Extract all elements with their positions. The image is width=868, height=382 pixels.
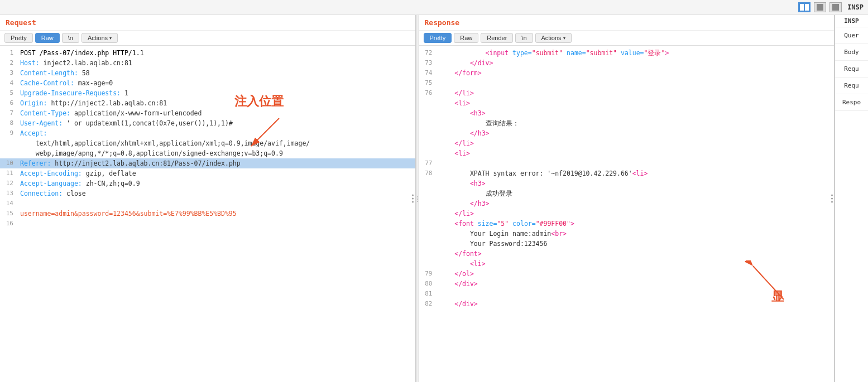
response-line-77: 77 — [419, 158, 835, 168]
tab-request-pretty[interactable]: Pretty — [4, 33, 33, 43]
response-panel: Response Pretty Raw Render \n Actions ▾ … — [419, 15, 835, 382]
request-line-1: 1 POST /Pass-07/index.php HTTP/1.1 — [0, 48, 415, 58]
response-line-78j: <li> — [419, 259, 835, 269]
view-split-button[interactable] — [798, 2, 811, 12]
response-chevron-down-icon: ▾ — [563, 36, 565, 41]
response-line-78e: </li> — [419, 209, 835, 219]
response-line-76c: <h3> — [419, 108, 835, 118]
response-line-78b: <h3> — [419, 178, 835, 188]
request-line-11: 11 Accept-Encoding: gzip, deflate — [0, 168, 415, 178]
sidebar-item-query-label: Quer — [844, 32, 859, 39]
view-request-button[interactable] — [814, 2, 826, 12]
top-bar: INSP — [0, 0, 868, 15]
tab-response-newline[interactable]: \n — [515, 33, 533, 43]
response-line-78i: </font> — [419, 249, 835, 259]
response-actions-label: Actions — [541, 35, 562, 41]
tab-response-pretty[interactable]: Pretty — [424, 33, 452, 43]
response-line-78c: 成功登录 — [419, 188, 835, 199]
response-line-73: 73 </div> — [419, 58, 835, 68]
sidebar-item-response[interactable]: Respo — [835, 94, 868, 111]
request-tab-bar: Pretty Raw \n Actions ▾ — [0, 31, 415, 46]
request-line-7: 7 Content-Type: application/x-www-form-u… — [0, 108, 415, 118]
request-line-9: 9 Accept: text/html,application/xhtml+xm… — [0, 128, 415, 158]
response-line-78g: Your Login name:admin<br> — [419, 229, 835, 239]
sidebar-item-request-headers[interactable]: Requ — [835, 78, 868, 94]
request-line-8: 8 User-Agent: ' or updatexml(1,concat(0x… — [0, 118, 415, 128]
tab-response-render[interactable]: Render — [481, 33, 513, 43]
response-line-76e: </h3> — [419, 128, 835, 138]
request-divider-dots — [411, 195, 415, 203]
insp-sidebar-title: INSP — [835, 15, 868, 27]
response-tab-bar: Pretty Raw Render \n Actions ▾ — [419, 31, 835, 46]
request-line-5: 5 Upgrade-Insecure-Requests: 1 — [0, 88, 415, 98]
request-line-4: 4 Cache-Control: max-age=0 — [0, 78, 415, 88]
request-line-12: 12 Accept-Language: zh-CN,zh;q=0.9 — [0, 178, 415, 188]
tab-request-actions[interactable]: Actions ▾ — [81, 33, 118, 43]
sidebar-item-req-cookies-label: Requ — [844, 65, 859, 72]
tab-response-raw[interactable]: Raw — [454, 33, 478, 43]
insp-label: INSP — [847, 3, 864, 11]
response-line-81: 81 — [419, 289, 835, 299]
svg-rect-2 — [817, 4, 823, 11]
response-line-72: 72 <input type="submit" name="submit" va… — [419, 48, 835, 58]
sidebar-item-response-label: Respo — [842, 99, 861, 106]
request-line-13: 13 Connection: close — [0, 188, 415, 199]
tab-request-newline[interactable]: \n — [62, 33, 79, 43]
request-line-3: 3 Content-Length: 58 — [0, 68, 415, 78]
response-line-76a: 76 </li> — [419, 88, 835, 98]
response-divider-dots — [829, 195, 834, 203]
right-sidebar: INSP Quer Body Requ Requ Respo — [835, 15, 868, 382]
response-line-78f: <font size="5" color="#99FF00"> — [419, 219, 835, 229]
request-panel: Request Pretty Raw \n Actions ▾ 1 POST /… — [0, 15, 416, 382]
svg-rect-0 — [800, 4, 804, 11]
svg-rect-3 — [832, 4, 839, 11]
sidebar-item-request-cookies[interactable]: Requ — [835, 61, 868, 78]
svg-rect-1 — [805, 4, 809, 11]
view-response-button[interactable] — [829, 2, 842, 12]
request-line-6: 6 Origin: http://inject2.lab.aqlab.cn:81 — [0, 98, 415, 108]
chevron-down-icon: ▾ — [109, 36, 112, 41]
sidebar-item-body-label: Body — [844, 49, 859, 56]
request-line-14: 14 — [0, 199, 415, 209]
request-line-15: 15 username=admin&password=123456&submit… — [0, 209, 415, 219]
request-line-2: 2 Host: inject2.lab.aqlab.cn:81 — [0, 58, 415, 68]
response-line-76d: 查询结果： — [419, 118, 835, 128]
main-layout: Request Pretty Raw \n Actions ▾ 1 POST /… — [0, 15, 868, 382]
sidebar-item-query[interactable]: Quer — [835, 27, 868, 44]
response-code-area[interactable]: 72 <input type="submit" name="submit" va… — [419, 46, 835, 382]
response-line-76b: <li> — [419, 98, 835, 108]
response-line-78h: Your Password:123456 — [419, 239, 835, 249]
response-line-79: 79 </ol> — [419, 269, 835, 279]
sidebar-item-req-headers-label: Requ — [844, 82, 859, 89]
request-panel-title: Request — [0, 15, 415, 31]
request-code-area[interactable]: 1 POST /Pass-07/index.php HTTP/1.1 2 Hos… — [0, 46, 415, 382]
response-line-74: 74 </form> — [419, 68, 835, 78]
sidebar-item-body[interactable]: Body — [835, 44, 868, 61]
response-line-78d: </h3> — [419, 199, 835, 209]
request-line-16: 16 — [0, 219, 415, 229]
response-line-75: 75 — [419, 78, 835, 88]
request-line-10: 10 Referer: http://inject2.lab.aqlab.cn:… — [0, 158, 415, 168]
response-line-80: 80 </div> — [419, 279, 835, 289]
response-line-76f: </li> — [419, 138, 835, 148]
actions-label: Actions — [88, 35, 108, 41]
response-line-78: 78 XPATH syntax error: '~nf2019@10.42.22… — [419, 168, 835, 178]
tab-request-raw[interactable]: Raw — [35, 33, 60, 43]
response-line-76g: <li> — [419, 148, 835, 158]
response-line-82: 82 </div> — [419, 299, 835, 309]
response-panel-title: Response — [419, 15, 835, 31]
tab-response-actions[interactable]: Actions ▾ — [535, 33, 572, 43]
